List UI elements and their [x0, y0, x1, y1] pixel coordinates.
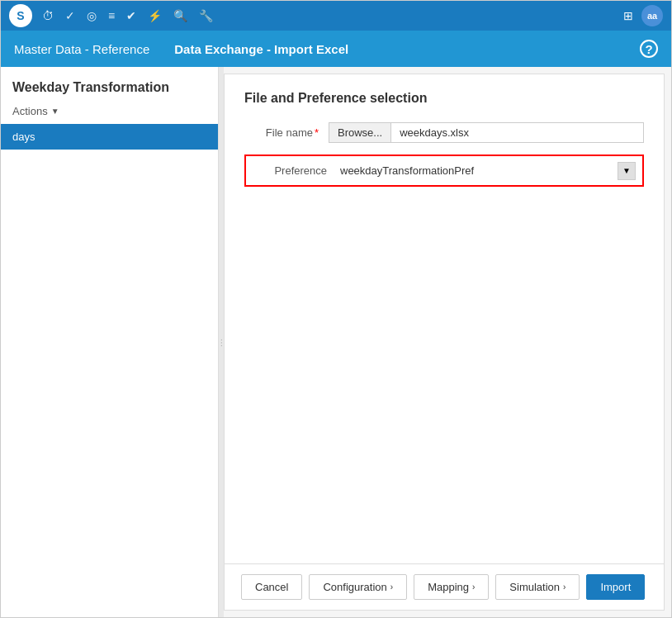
right-panel: File and Preference selection File name*… [224, 74, 665, 611]
simulation-button[interactable]: Simulation › [495, 574, 580, 600]
actions-chevron-icon: ▼ [51, 107, 59, 116]
title-data-exchange[interactable]: Data Exchange - Import Excel [174, 42, 348, 56]
file-name-display: weekdays.xlsx [391, 123, 643, 142]
checkmark-icon[interactable]: ✔ [126, 9, 136, 22]
configuration-arrow-icon: › [390, 582, 393, 592]
mapping-arrow-icon: › [472, 582, 475, 592]
file-name-row: File name* Browse... weekdays.xlsx [244, 122, 644, 143]
configuration-button[interactable]: Configuration › [309, 574, 407, 600]
file-name-label: File name* [244, 126, 319, 139]
wrench-icon[interactable]: 🔧 [199, 9, 213, 22]
main-content: Weekday Transformation Actions ▼ days · … [1, 67, 671, 617]
clock-icon[interactable]: ⏱ [42, 9, 54, 22]
help-button[interactable]: ? [640, 40, 658, 58]
title-master-data[interactable]: Master Data - Reference [14, 42, 149, 56]
preference-dropdown-arrow[interactable]: ▼ [618, 162, 636, 180]
preference-label: Preference [253, 164, 327, 177]
check-icon[interactable]: ✓ [65, 9, 75, 22]
user-avatar[interactable]: aa [641, 5, 663, 26]
grid-icon[interactable]: ⊞ [623, 9, 633, 22]
cancel-button[interactable]: Cancel [241, 574, 302, 600]
actions-label: Actions [12, 105, 48, 117]
preference-select-wrapper: weekdayTransformationPref ▼ [337, 161, 636, 180]
app-window: S ⏱ ✓ ◎ ≡ ✔ ⚡ 🔍 🔧 ⊞ aa Master Data - Ref… [0, 0, 672, 618]
preference-row: Preference weekdayTransformationPref ▼ [244, 154, 644, 187]
configuration-label: Configuration [323, 581, 386, 593]
simulation-arrow-icon: › [563, 582, 566, 592]
plug-icon[interactable]: ⚡ [148, 9, 162, 22]
title-bar-left: Master Data - Reference Data Exchange - … [14, 42, 348, 56]
simulation-label: Simulation [509, 581, 560, 593]
panel-footer: Cancel Configuration › Mapping › Simulat… [225, 563, 664, 610]
title-bar: Master Data - Reference Data Exchange - … [1, 31, 671, 67]
panel-title: File and Preference selection [244, 91, 644, 106]
preference-value: weekdayTransformationPref [337, 161, 618, 180]
sidebar-item-days[interactable]: days [1, 124, 218, 150]
nav-icons: ⏱ ✓ ◎ ≡ ✔ ⚡ 🔍 🔧 [42, 9, 213, 22]
actions-button[interactable]: Actions ▼ [1, 102, 218, 124]
top-nav-left: S ⏱ ✓ ◎ ≡ ✔ ⚡ 🔍 🔧 [9, 4, 213, 27]
import-button[interactable]: Import [586, 574, 645, 600]
sidebar-title: Weekday Transformation [1, 67, 218, 102]
browse-button[interactable]: Browse... [329, 123, 391, 142]
target-icon[interactable]: ◎ [87, 9, 97, 22]
layers-icon[interactable]: ≡ [108, 9, 115, 22]
top-nav-right: ⊞ aa [623, 5, 663, 26]
mapping-button[interactable]: Mapping › [414, 574, 489, 600]
top-nav: S ⏱ ✓ ◎ ≡ ✔ ⚡ 🔍 🔧 ⊞ aa [1, 1, 671, 31]
panel-content: File and Preference selection File name*… [225, 74, 664, 563]
app-logo[interactable]: S [9, 4, 32, 27]
file-input-group: Browse... weekdays.xlsx [329, 122, 644, 143]
sidebar: Weekday Transformation Actions ▼ days [1, 67, 219, 617]
search-icon[interactable]: 🔍 [173, 9, 187, 22]
mapping-label: Mapping [428, 581, 469, 593]
required-indicator: * [315, 126, 319, 139]
